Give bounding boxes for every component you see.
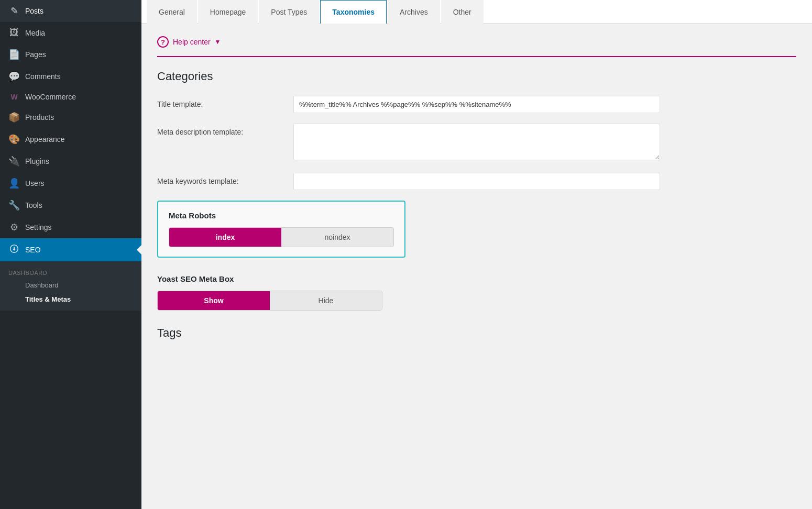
- comments-icon: 💬: [8, 71, 20, 82]
- seo-yoast-icon: [8, 244, 20, 256]
- tab-archives[interactable]: Archives: [388, 0, 440, 24]
- meta-description-label: Meta description template:: [157, 124, 283, 136]
- sidebar-item-tools[interactable]: 🔧 Tools: [0, 194, 141, 216]
- yoast-metabox-title: Yoast SEO Meta Box: [157, 274, 796, 283]
- sidebar-item-label: WooCommerce: [25, 93, 76, 101]
- help-icon: ?: [157, 36, 169, 48]
- yoast-metabox-toggle-group: Show Hide: [157, 291, 382, 311]
- settings-icon: ⚙: [8, 222, 20, 233]
- sidebar-item-label: Settings: [25, 223, 52, 231]
- title-template-row: Title template:: [157, 96, 796, 113]
- media-icon: 🖼: [8, 27, 20, 38]
- woocommerce-icon: W: [8, 93, 20, 101]
- tab-general[interactable]: General: [147, 0, 197, 24]
- categories-title: Categories: [157, 70, 796, 83]
- sidebar-item-seo[interactable]: SEO: [0, 238, 141, 261]
- tools-icon: 🔧: [8, 200, 20, 211]
- sidebar-item-label: Posts: [25, 7, 43, 15]
- help-center-label: Help center: [173, 38, 211, 46]
- sidebar-sub-dashboard[interactable]: Dashboard: [0, 278, 141, 292]
- content-area: ? Help center ▼ Categories Title templat…: [141, 24, 812, 509]
- meta-robots-title: Meta Robots: [169, 211, 394, 220]
- sidebar-item-settings[interactable]: ⚙ Settings: [0, 216, 141, 238]
- yoast-metabox-hide-button[interactable]: Hide: [270, 291, 382, 310]
- sidebar-item-label: Products: [25, 113, 54, 121]
- meta-robots-box: Meta Robots index noindex: [157, 201, 405, 258]
- sidebar-sub-section-label: Dashboard: [0, 261, 141, 278]
- tab-other[interactable]: Other: [441, 0, 484, 24]
- meta-description-textarea[interactable]: [293, 124, 660, 160]
- main-content: General Homepage Post Types Taxonomies A…: [141, 0, 812, 509]
- appearance-icon: 🎨: [8, 134, 20, 145]
- help-divider: [157, 56, 796, 57]
- sidebar-item-label: Comments: [25, 72, 61, 81]
- chevron-down-icon: ▼: [215, 38, 221, 46]
- meta-keywords-row: Meta keywords template:: [157, 173, 796, 190]
- meta-robots-toggle-group: index noindex: [169, 227, 394, 247]
- meta-keywords-label: Meta keywords template:: [157, 173, 283, 185]
- tags-title: Tags: [157, 326, 796, 340]
- sidebar-item-label: Appearance: [25, 135, 65, 143]
- sidebar-sub-titles-metas[interactable]: Titles & Metas: [0, 292, 141, 306]
- sidebar-item-posts[interactable]: ✎ Posts: [0, 0, 141, 22]
- sidebar-item-label: Users: [25, 179, 45, 187]
- sidebar: ✎ Posts 🖼 Media 📄 Pages 💬 Comments W Woo…: [0, 0, 141, 509]
- tags-section: Tags: [157, 326, 796, 340]
- sidebar-item-products[interactable]: 📦 Products: [0, 106, 141, 128]
- sidebar-item-label: Tools: [25, 201, 42, 209]
- sidebar-item-appearance[interactable]: 🎨 Appearance: [0, 128, 141, 150]
- yoast-metabox-section: Yoast SEO Meta Box Show Hide: [157, 274, 796, 311]
- meta-robots-noindex-button[interactable]: noindex: [281, 228, 393, 247]
- meta-keywords-input-wrap: [293, 173, 660, 190]
- tab-homepage[interactable]: Homepage: [198, 0, 258, 24]
- sidebar-item-users[interactable]: 👤 Users: [0, 172, 141, 194]
- yoast-metabox-show-button[interactable]: Show: [158, 291, 270, 310]
- title-template-input-wrap: [293, 96, 660, 113]
- sidebar-item-plugins[interactable]: 🔌 Plugins: [0, 150, 141, 172]
- meta-description-input-wrap: [293, 124, 660, 162]
- active-arrow: [137, 245, 141, 255]
- sidebar-item-label: SEO: [25, 246, 41, 254]
- plugins-icon: 🔌: [8, 156, 20, 167]
- posts-icon: ✎: [8, 5, 20, 17]
- meta-robots-index-button[interactable]: index: [169, 228, 281, 247]
- tab-taxonomies[interactable]: Taxonomies: [320, 0, 387, 24]
- sidebar-item-woocommerce[interactable]: W WooCommerce: [0, 87, 141, 106]
- sidebar-item-label: Pages: [25, 50, 46, 59]
- sidebar-item-media[interactable]: 🖼 Media: [0, 22, 141, 43]
- sidebar-item-comments[interactable]: 💬 Comments: [0, 65, 141, 87]
- title-template-input[interactable]: [293, 96, 660, 113]
- sidebar-item-pages[interactable]: 📄 Pages: [0, 43, 141, 65]
- products-icon: 📦: [8, 112, 20, 123]
- help-center[interactable]: ? Help center ▼: [157, 36, 796, 48]
- meta-keywords-input[interactable]: [293, 173, 660, 190]
- tabs-bar: General Homepage Post Types Taxonomies A…: [141, 0, 812, 24]
- pages-icon: 📄: [8, 49, 20, 60]
- title-template-label: Title template:: [157, 96, 283, 108]
- meta-description-row: Meta description template:: [157, 124, 796, 162]
- sidebar-item-label: Plugins: [25, 157, 49, 165]
- users-icon: 👤: [8, 178, 20, 189]
- tab-post-types[interactable]: Post Types: [259, 0, 319, 24]
- sidebar-item-label: Media: [25, 29, 45, 37]
